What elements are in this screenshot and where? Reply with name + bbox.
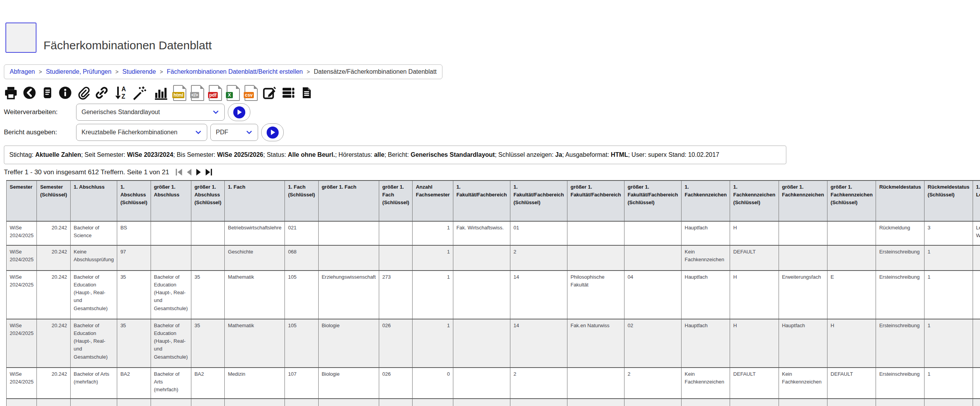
- table-cell: Bachelor of Education (Haupt-, Real- und…: [151, 271, 191, 319]
- export-xml-icon[interactable]: </>: [191, 85, 204, 101]
- svg-text:Z: Z: [121, 93, 125, 100]
- page: { "header": { "title": "Fächerkombinatio…: [0, 0, 980, 406]
- breadcrumb-link-bericht-erstellen[interactable]: Fächerkombinationen Datenblatt/Bericht e…: [167, 68, 303, 75]
- format-select[interactable]: PDF: [210, 124, 258, 141]
- table-cell: Bachelor of Education (Haupt-, Real- und…: [70, 271, 117, 319]
- notes-icon[interactable]: [41, 86, 54, 100]
- export-html-label: html: [172, 92, 184, 98]
- table-cell: [624, 399, 681, 406]
- table-cell: Fak. Wirtschaftswiss.: [453, 221, 510, 245]
- table-cell: [779, 221, 827, 245]
- breadcrumb-link-abfragen[interactable]: Abfragen: [10, 68, 35, 75]
- table-cell: [318, 245, 379, 271]
- previous-page-icon[interactable]: [184, 168, 193, 177]
- table-cell: Geschichte: [225, 245, 285, 271]
- table-cell: [191, 399, 224, 406]
- table-cell: Mathematik: [225, 319, 285, 368]
- table-cell: [453, 368, 510, 399]
- export-html-icon[interactable]: html: [173, 85, 186, 101]
- edit-icon[interactable]: [262, 86, 276, 100]
- table-cell: Bachelor of Education (Haupt-, Real- und…: [151, 319, 191, 368]
- results-table-container: SemesterSemester (Schlüssel)1. Abschluss…: [6, 180, 980, 406]
- table-cell: Bachelor of Science: [70, 221, 117, 245]
- table-cell: [151, 399, 191, 406]
- table-cell: [379, 245, 413, 271]
- table-cell: 1: [924, 319, 973, 368]
- table-cell: [37, 399, 70, 406]
- process-select[interactable]: Generisches Standardlayout: [76, 104, 225, 121]
- table-cell: WiSe 2024/2025: [7, 271, 37, 319]
- table-cell: Ersteinschreibung: [876, 368, 924, 399]
- table-cell: WiSe 2024/2025: [7, 245, 37, 271]
- table-cell: 35: [191, 319, 224, 368]
- table-cell: 20.242: [37, 221, 70, 245]
- breadcrumb-separator: >: [307, 69, 310, 75]
- table-cell: Bachelor of Education (Haupt-, Real- und…: [70, 319, 117, 368]
- column-header: 1. Fakultät/Fachbereich: [453, 180, 510, 221]
- next-page-icon[interactable]: [194, 168, 203, 177]
- table-cell: 20.242: [37, 319, 70, 368]
- results-table: SemesterSemester (Schlüssel)1. Abschluss…: [6, 180, 980, 406]
- column-header: 1. Fachkennzeichen: [682, 180, 730, 221]
- export-csv-icon[interactable]: csv: [245, 85, 258, 101]
- process-run-button[interactable]: [228, 103, 250, 121]
- table-cell: [117, 399, 151, 406]
- table-cell: [151, 221, 191, 245]
- table-cell: 04: [624, 271, 681, 319]
- table-cell: Lehre Wirtsc: [973, 221, 980, 245]
- column-header: größer 1. Fakultät/Fachbereich (Schlüsse…: [624, 180, 681, 221]
- chart-icon[interactable]: [154, 85, 168, 100]
- table-cell: [779, 399, 827, 406]
- status-label: ; Status:: [263, 151, 288, 158]
- status-value: WiSe 2023/2024: [127, 151, 173, 158]
- table-cell: 35: [191, 271, 224, 319]
- export-excel-label: X: [226, 92, 233, 98]
- table-cell: BA2: [117, 368, 151, 399]
- document-icon[interactable]: [300, 86, 313, 100]
- table-cell: WiSe 2024/2025: [7, 221, 37, 245]
- table-cell: Betriebswirtschaftslehre: [225, 221, 285, 245]
- info-icon[interactable]: [58, 86, 72, 100]
- breadcrumb-link-studierende[interactable]: Studierende: [122, 68, 156, 75]
- table-cell: [191, 245, 224, 271]
- column-header: größer 1. Fachkennzeichen (Schlüssel): [827, 180, 876, 221]
- export-excel-icon[interactable]: X: [227, 85, 240, 101]
- table-row: WiSe 2024/202520.242Bachelor of Educatio…: [7, 271, 980, 319]
- print-icon[interactable]: [4, 86, 18, 100]
- report-select[interactable]: Kreuztabelle Fächerkombinationen: [76, 124, 207, 141]
- first-page-icon[interactable]: [174, 168, 183, 177]
- status-value: alle: [374, 151, 385, 158]
- table-cell: 1: [924, 271, 973, 319]
- attachment-icon[interactable]: [77, 86, 90, 100]
- table-cell: [624, 245, 681, 271]
- column-header: 1. Fach: [225, 180, 285, 221]
- column-header: 1. Abschluss: [70, 180, 117, 221]
- table-cell: [379, 221, 413, 245]
- export-csv-label: csv: [244, 92, 254, 98]
- table-cell: Hauptfach: [682, 319, 730, 368]
- report-run-button[interactable]: [261, 123, 284, 141]
- sort-az-icon[interactable]: AZ: [113, 85, 127, 100]
- column-header: 1. Fach (Schlüssel): [285, 180, 318, 221]
- magic-wand-icon[interactable]: [132, 85, 147, 100]
- table-cell: H: [730, 319, 779, 368]
- back-icon[interactable]: [23, 86, 36, 100]
- table-cell: Fak.en Naturwiss: [567, 319, 624, 368]
- page-header: Fächerkombinationen Datenblatt: [5, 23, 980, 53]
- table-cell: [973, 271, 980, 319]
- app-logo: [5, 23, 36, 53]
- records-icon[interactable]: [281, 86, 296, 100]
- table-header-row: SemesterSemester (Schlüssel)1. Abschluss…: [7, 180, 980, 221]
- table-cell: E: [827, 271, 876, 319]
- report-select-value: Kreuztabelle Fächerkombinationen: [82, 129, 177, 136]
- last-page-icon[interactable]: [205, 168, 213, 177]
- chevron-down-icon: [212, 109, 219, 116]
- table-row: WiSe 2024/202520.242Bachelor of Educatio…: [7, 319, 980, 368]
- breadcrumb-link-studierende-pruefungen[interactable]: Studierende, Prüfungen: [46, 68, 111, 75]
- export-pdf-icon[interactable]: pdf: [209, 85, 222, 101]
- table-cell: Kein Fachkennzeichen: [779, 368, 827, 399]
- table-cell: 35: [117, 271, 151, 319]
- table-cell: 2: [624, 368, 681, 399]
- link-icon[interactable]: [95, 86, 109, 100]
- table-row: [7, 399, 980, 406]
